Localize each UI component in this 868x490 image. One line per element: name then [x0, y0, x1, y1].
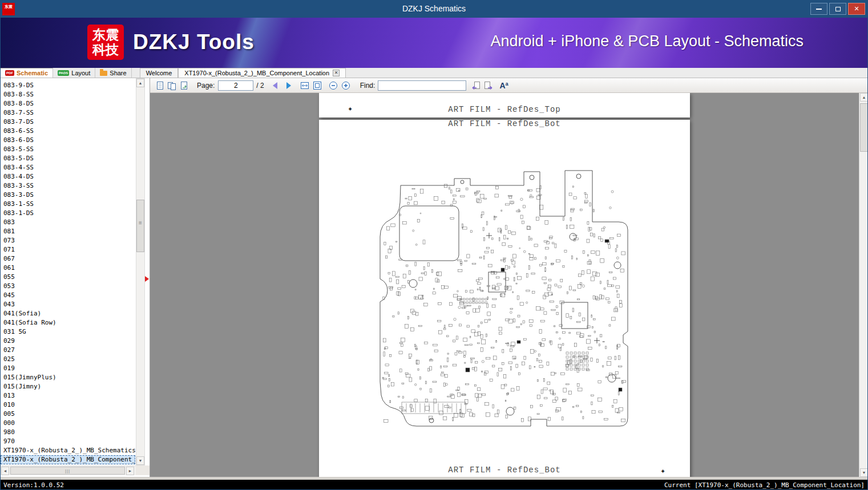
tab-welcome-label: Welcome	[146, 70, 172, 76]
sidebar-item[interactable]: 010	[1, 400, 135, 410]
maximize-icon	[835, 7, 841, 11]
tab-component-location[interactable]: XT1970-x_(Robusta_2_)_MB_Component_Locat…	[178, 68, 346, 78]
pdf-vertical-scrollbar[interactable]: ▲ ▼	[859, 93, 868, 477]
sidebar-item[interactable]: 083-3-DS	[1, 191, 135, 200]
page-number-input[interactable]	[218, 80, 253, 91]
sidebar-item[interactable]: 025	[1, 355, 135, 364]
scroll-up-icon[interactable]: ▲	[136, 79, 144, 87]
sidebar-item[interactable]: 083-1-DS	[1, 209, 135, 218]
tab-layout-label: Layout	[71, 70, 90, 76]
sidebar-vertical-scrollbar[interactable]: ▲ ▼	[136, 78, 145, 465]
tab-bar: PDF Schematic PADS Layout Share Welcome …	[1, 68, 867, 78]
window-title: DZKJ Schematics	[1, 4, 867, 13]
sidebar-item[interactable]: 029	[1, 337, 135, 346]
maximize-button[interactable]	[829, 3, 846, 15]
sidebar-item[interactable]: 083-4-SS	[1, 163, 135, 172]
pdf-scroll-up-icon[interactable]: ▲	[860, 93, 868, 102]
sidebar-item[interactable]: XT1970-x_(Robusta_2_)_MB_Schematics	[1, 446, 135, 455]
pdf-toolbar: Page: / 2 Find: Aª	[150, 78, 868, 93]
fit-width-icon[interactable]	[300, 80, 310, 91]
scroll-down-icon[interactable]: ▼	[136, 456, 144, 465]
sidebar: 083-9-DS083-8-SS083-8-DS083-7-SS083-7-DS…	[1, 78, 150, 477]
sidebar-item[interactable]: 083-7-DS	[1, 118, 135, 127]
sidebar-item[interactable]: 067	[1, 254, 135, 264]
zoom-in-icon[interactable]	[341, 80, 351, 91]
scroll-right-icon[interactable]: ►	[126, 467, 134, 475]
continuous-pages-icon[interactable]	[179, 80, 189, 91]
pdf-vscroll-thumb[interactable]	[860, 103, 868, 152]
find-previous-icon[interactable]	[471, 80, 481, 91]
sidebar-item[interactable]: 083-6-SS	[1, 127, 135, 136]
sidebar-item[interactable]: 045	[1, 291, 135, 300]
sidebar-item[interactable]: 061	[1, 264, 135, 273]
single-page-icon[interactable]	[155, 80, 165, 91]
sidebar-item[interactable]: 970	[1, 437, 135, 446]
sidebar-item[interactable]: 083-9-DS	[1, 81, 135, 90]
sidebar-item[interactable]: 000	[1, 419, 135, 428]
close-icon: ✕	[854, 5, 859, 13]
tab-schematic[interactable]: PDF Schematic	[1, 68, 53, 78]
sidebar-hscroll-thumb[interactable]: |||	[10, 467, 125, 475]
find-input[interactable]	[378, 80, 466, 91]
sidebar-item[interactable]: 031 5G	[1, 327, 135, 337]
next-page-icon[interactable]	[284, 80, 294, 91]
sidebar-item[interactable]: 083-3-SS	[1, 181, 135, 191]
folder-icon	[100, 71, 107, 76]
sidebar-horizontal-scrollbar[interactable]: ◄ ||| ►	[1, 465, 136, 475]
logo-text-line1: 东震	[92, 27, 119, 42]
sidebar-item[interactable]: 081	[1, 227, 135, 236]
sidebar-item[interactable]: 041(Sofia Row)	[1, 318, 135, 327]
tab-share-label: Share	[110, 70, 126, 76]
fit-page-icon[interactable]	[312, 80, 322, 91]
title-bar: 东震 DZKJ Schematics ✕	[1, 1, 867, 18]
tab-schematic-label: Schematic	[17, 70, 48, 76]
sidebar-item[interactable]: XT1970-x_(Robusta_2_)_MB_Component_Loc	[1, 455, 135, 464]
font-size-icon[interactable]: Aª	[499, 81, 508, 90]
sidebar-item[interactable]: 083-6-DS	[1, 136, 135, 145]
sidebar-item[interactable]: 083-5-DS	[1, 154, 135, 163]
sidebar-item[interactable]: 041(Sofia)	[1, 309, 135, 318]
banner-tagline: Android + iPhone & PCB Layout - Schemati…	[490, 33, 804, 50]
sidebar-item[interactable]: 019	[1, 364, 135, 373]
previous-page-icon[interactable]	[270, 80, 280, 91]
tab-close-icon[interactable]: ✕	[333, 70, 340, 76]
facing-pages-icon[interactable]	[167, 80, 177, 91]
tab-share[interactable]: Share	[95, 68, 131, 78]
logo-text-line2: 科技	[92, 42, 119, 57]
find-next-icon[interactable]	[483, 80, 494, 91]
sidebar-item[interactable]: 980	[1, 428, 135, 437]
sidebar-item[interactable]: 071	[1, 245, 135, 254]
sidebar-item[interactable]: 083-7-SS	[1, 108, 135, 118]
sidebar-item[interactable]: 083-8-DS	[1, 99, 135, 108]
minimize-button[interactable]	[810, 3, 827, 15]
sidebar-item[interactable]: 027	[1, 346, 135, 355]
zoom-out-icon[interactable]	[328, 80, 338, 91]
minimize-icon	[816, 9, 822, 10]
sidebar-item[interactable]: 073	[1, 236, 135, 245]
sidebar-item[interactable]: 015(Jimny)	[1, 382, 135, 391]
pdf-view[interactable]: ART FILM - RefDes_Top ✦ ART FILM - RefDe…	[150, 93, 859, 477]
pdf-scroll-down-icon[interactable]: ▼	[860, 468, 868, 477]
sidebar-item[interactable]: 083-8-SS	[1, 90, 135, 99]
sidebar-item[interactable]: 015(JimnyPlus)	[1, 373, 135, 382]
sidebar-item[interactable]: 083-5-SS	[1, 145, 135, 154]
pdf-icon: PDF	[5, 70, 14, 76]
sidebar-item[interactable]: 083-4-DS	[1, 172, 135, 181]
close-button[interactable]: ✕	[848, 3, 865, 15]
sidebar-item[interactable]: 043	[1, 300, 135, 309]
scrollbar-corner	[136, 465, 150, 475]
page-total: / 2	[256, 82, 264, 90]
scroll-left-icon[interactable]: ◄	[1, 467, 9, 475]
sidebar-item[interactable]: 013	[1, 391, 135, 400]
sidebar-vscroll-thumb[interactable]	[136, 200, 144, 252]
tab-welcome[interactable]: Welcome	[140, 68, 179, 78]
sidebar-item[interactable]: 055	[1, 273, 135, 282]
sidebar-item[interactable]: 083-1-SS	[1, 200, 135, 209]
tab-layout[interactable]: PADS Layout	[53, 68, 95, 78]
status-bar: Version:1.0.0.52 Current [XT1970-x_(Robu…	[1, 480, 867, 490]
sidebar-item[interactable]: 053	[1, 282, 135, 291]
splitter-marker-icon[interactable]	[145, 276, 149, 282]
sidebar-item[interactable]: 005	[1, 410, 135, 419]
sidebar-item[interactable]: 083	[1, 218, 135, 227]
document-tabs: Welcome XT1970-x_(Robusta_2_)_MB_Compone…	[140, 68, 346, 78]
